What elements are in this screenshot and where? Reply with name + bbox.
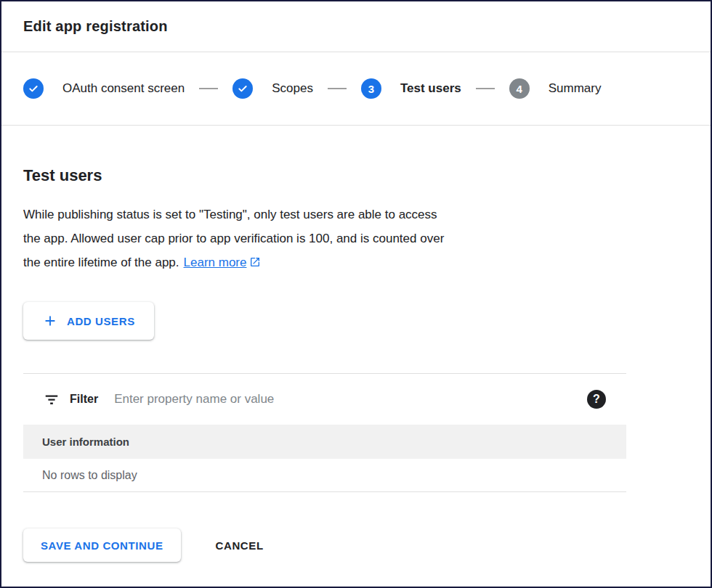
page-header: Edit app registration — [1, 1, 711, 52]
step-label: Summary — [549, 81, 602, 96]
save-and-continue-button[interactable]: SAVE AND CONTINUE — [23, 528, 181, 562]
description-line: the app. Allowed user cap prior to app v… — [23, 226, 626, 250]
table-column-header: User information — [23, 425, 626, 459]
cancel-button[interactable]: CANCEL — [210, 528, 270, 562]
main-content: Test users While publishing status is se… — [1, 166, 711, 562]
step-complete-check-icon — [232, 78, 253, 99]
wizard-stepper: OAuth consent screen Scopes 3 Test users… — [1, 52, 711, 126]
empty-message: No rows to display — [42, 469, 137, 482]
step-number-badge: 3 — [361, 78, 381, 99]
footer-actions: SAVE AND CONTINUE CANCEL — [23, 528, 626, 562]
step-complete-check-icon — [23, 78, 44, 99]
filter-button[interactable]: Filter — [44, 391, 98, 407]
description: While publishing status is set to "Testi… — [23, 203, 626, 274]
step-scopes[interactable]: Scopes — [232, 78, 313, 99]
table-empty-state: No rows to display — [23, 459, 626, 492]
section-heading: Test users — [23, 166, 626, 185]
open-in-new-icon — [249, 256, 261, 268]
filter-bar: Filter ? — [23, 374, 626, 425]
description-line: the entire lifetime of the app.Learn mor… — [23, 250, 626, 274]
step-connector — [328, 88, 347, 89]
step-label: OAuth consent screen — [62, 81, 185, 96]
page-title: Edit app registration — [23, 18, 168, 35]
step-label: Scopes — [272, 81, 313, 96]
step-summary[interactable]: 4 Summary — [509, 78, 602, 99]
learn-more-label: Learn more — [184, 256, 247, 269]
step-connector — [199, 88, 218, 89]
step-number-badge: 4 — [509, 78, 530, 99]
column-header-user-information: User information — [42, 436, 129, 448]
test-users-table: Filter ? User information No rows to dis… — [23, 373, 626, 492]
step-test-users[interactable]: 3 Test users — [361, 78, 461, 99]
filter-label: Filter — [70, 393, 98, 406]
filter-input[interactable] — [114, 392, 587, 407]
add-users-button[interactable]: ADD USERS — [23, 302, 154, 340]
step-label: Test users — [400, 81, 461, 96]
description-line-text: the entire lifetime of the app. — [23, 256, 179, 269]
filter-list-icon — [44, 391, 60, 407]
plus-icon — [42, 313, 58, 329]
help-icon[interactable]: ? — [587, 390, 606, 409]
description-line: While publishing status is set to "Testi… — [23, 203, 626, 226]
step-oauth-consent-screen[interactable]: OAuth consent screen — [23, 78, 185, 99]
step-connector — [476, 88, 495, 89]
add-users-label: ADD USERS — [67, 315, 135, 327]
learn-more-link[interactable]: Learn more — [184, 256, 262, 269]
